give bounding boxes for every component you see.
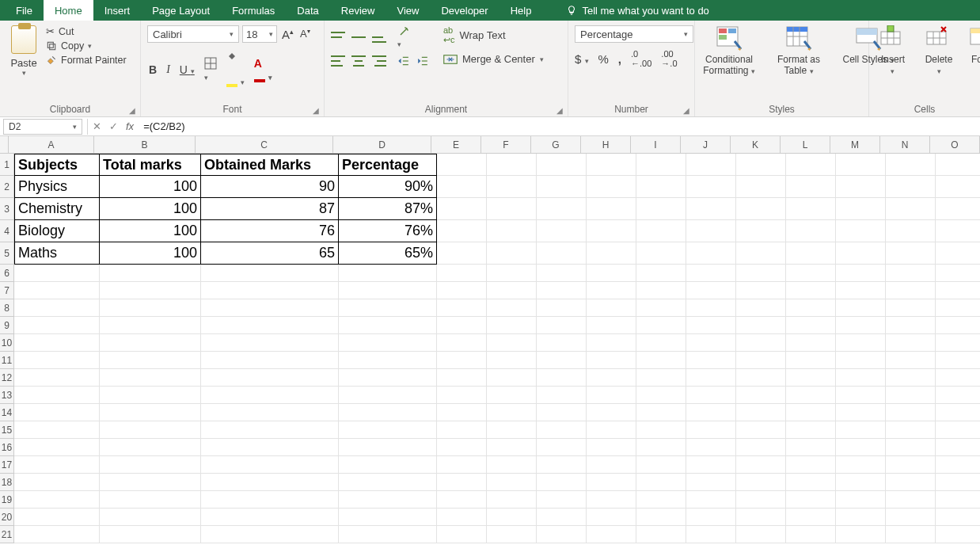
cell[interactable] — [936, 369, 980, 387]
cell[interactable] — [339, 439, 437, 456]
cell[interactable] — [836, 282, 886, 299]
cell[interactable] — [487, 387, 537, 404]
cell[interactable] — [886, 439, 936, 456]
cell[interactable]: 65% — [339, 242, 437, 265]
cell[interactable] — [437, 369, 487, 387]
cell[interactable] — [487, 421, 537, 439]
cell[interactable] — [14, 491, 100, 509]
decrease-indent-button[interactable] — [397, 55, 410, 67]
cell[interactable] — [836, 404, 886, 421]
cell[interactable] — [437, 456, 487, 474]
font-size-select[interactable]: 18▾ — [242, 25, 277, 43]
cell[interactable] — [786, 154, 836, 176]
align-center-button[interactable] — [351, 55, 366, 67]
cell[interactable] — [537, 352, 587, 369]
cell[interactable] — [537, 334, 587, 352]
cell[interactable] — [636, 509, 686, 526]
cell[interactable] — [886, 198, 936, 220]
cell[interactable]: Obtained Marks — [201, 154, 339, 176]
cell[interactable] — [437, 198, 487, 220]
cell[interactable] — [537, 404, 587, 421]
cell[interactable] — [636, 369, 686, 387]
dialog-launcher-icon[interactable]: ◢ — [129, 106, 135, 115]
cell[interactable] — [636, 352, 686, 369]
cell[interactable] — [587, 474, 636, 491]
row-header[interactable]: 18 — [0, 474, 14, 491]
cell[interactable] — [736, 474, 786, 491]
cell[interactable] — [587, 242, 636, 265]
tab-view[interactable]: View — [386, 0, 430, 21]
cell[interactable] — [936, 456, 980, 474]
cell[interactable] — [537, 456, 587, 474]
cell[interactable] — [786, 242, 836, 265]
cell[interactable]: 100 — [100, 242, 201, 265]
row-header[interactable]: 7 — [0, 282, 14, 299]
cell[interactable] — [836, 352, 886, 369]
tab-review[interactable]: Review — [330, 0, 386, 21]
cell[interactable] — [14, 474, 100, 491]
font-name-select[interactable]: Calibri▾ — [147, 25, 239, 43]
cell[interactable] — [736, 456, 786, 474]
cell[interactable] — [686, 242, 736, 265]
cell[interactable] — [686, 154, 736, 176]
percent-format-button[interactable]: % — [598, 52, 609, 66]
cell[interactable] — [587, 439, 636, 456]
cell[interactable] — [487, 526, 537, 543]
cell[interactable] — [636, 176, 686, 198]
cell[interactable] — [936, 509, 980, 526]
format-as-table-button[interactable]: Format as Table ▾ — [771, 25, 826, 77]
orientation-button[interactable]: ▾ — [397, 25, 410, 49]
cell[interactable] — [100, 282, 201, 299]
cell[interactable] — [786, 404, 836, 421]
cell[interactable]: 76% — [339, 220, 437, 242]
cell[interactable] — [786, 198, 836, 220]
cell[interactable] — [936, 154, 980, 176]
cell[interactable] — [14, 404, 100, 421]
cell[interactable] — [736, 282, 786, 299]
cell[interactable] — [487, 352, 537, 369]
cell[interactable] — [636, 404, 686, 421]
cell[interactable] — [836, 509, 886, 526]
cell[interactable] — [339, 421, 437, 439]
column-header[interactable]: N — [880, 136, 930, 154]
cell[interactable] — [936, 242, 980, 265]
decrease-font-button[interactable]: A▾ — [298, 26, 312, 41]
row-header[interactable]: 21 — [0, 526, 14, 543]
column-header[interactable]: O — [930, 136, 980, 154]
cell[interactable] — [487, 317, 537, 334]
cell[interactable] — [14, 509, 100, 526]
cell[interactable] — [936, 421, 980, 439]
cell[interactable]: 100 — [100, 198, 201, 220]
column-header[interactable]: B — [94, 136, 196, 154]
cell[interactable] — [686, 439, 736, 456]
underline-button[interactable]: U ▾ — [178, 62, 196, 78]
cell[interactable] — [736, 404, 786, 421]
cell[interactable] — [886, 387, 936, 404]
column-header[interactable]: M — [830, 136, 880, 154]
cell[interactable] — [636, 242, 686, 265]
cell[interactable] — [936, 387, 980, 404]
cell[interactable] — [636, 526, 686, 543]
row-header[interactable]: 8 — [0, 299, 14, 317]
cell[interactable] — [339, 317, 437, 334]
merge-center-button[interactable]: Merge & Center ▾ — [443, 53, 544, 65]
row-header[interactable]: 14 — [0, 404, 14, 421]
cell[interactable] — [537, 299, 587, 317]
cell[interactable] — [886, 474, 936, 491]
cell[interactable] — [736, 299, 786, 317]
cell[interactable] — [437, 154, 487, 176]
cell[interactable] — [487, 491, 537, 509]
column-header[interactable]: J — [681, 136, 731, 154]
cell[interactable]: 100 — [100, 220, 201, 242]
column-header[interactable]: C — [196, 136, 333, 154]
cell[interactable] — [786, 456, 836, 474]
cell[interactable] — [686, 220, 736, 242]
cell[interactable] — [100, 369, 201, 387]
cell[interactable] — [100, 352, 201, 369]
format-painter-button[interactable]: Format Painter — [46, 55, 127, 66]
decrease-decimal-button[interactable]: .00→.0 — [661, 49, 677, 68]
cell[interactable] — [936, 265, 980, 282]
paste-button[interactable]: Paste ▾ — [6, 25, 41, 77]
cell[interactable] — [786, 220, 836, 242]
cell[interactable] — [100, 474, 201, 491]
